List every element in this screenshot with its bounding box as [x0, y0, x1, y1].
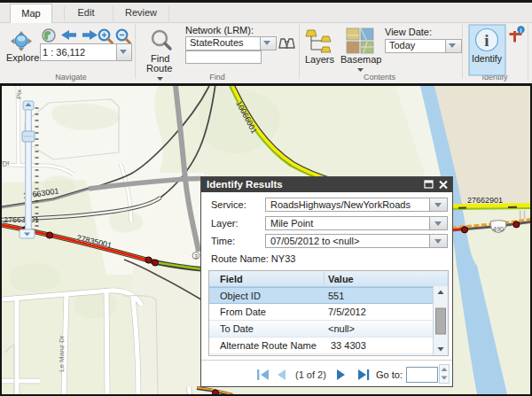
svg-text:Basemap: Basemap	[340, 54, 381, 65]
svg-text:i: i	[520, 27, 522, 34]
svg-text:View Date:: View Date:	[385, 27, 432, 37]
svg-text:3: 3	[194, 253, 198, 260]
svg-text:27663101: 27663101	[4, 215, 39, 224]
svg-text:Go to:: Go to:	[376, 369, 403, 380]
svg-text:Explore: Explore	[6, 52, 39, 63]
svg-text:Identify: Identify	[472, 53, 503, 64]
svg-text:27662901: 27662901	[467, 196, 503, 205]
svg-text:Le Manz Dr: Le Manz Dr	[58, 335, 66, 372]
svg-text:490: 490	[493, 225, 505, 233]
svg-text:(1 of 2): (1 of 2)	[295, 369, 326, 380]
svg-text:i: i	[484, 31, 489, 50]
svg-text:Layers: Layers	[305, 54, 335, 65]
svg-text:Route: Route	[146, 63, 172, 74]
svg-text:Pix: Pix	[15, 89, 23, 99]
